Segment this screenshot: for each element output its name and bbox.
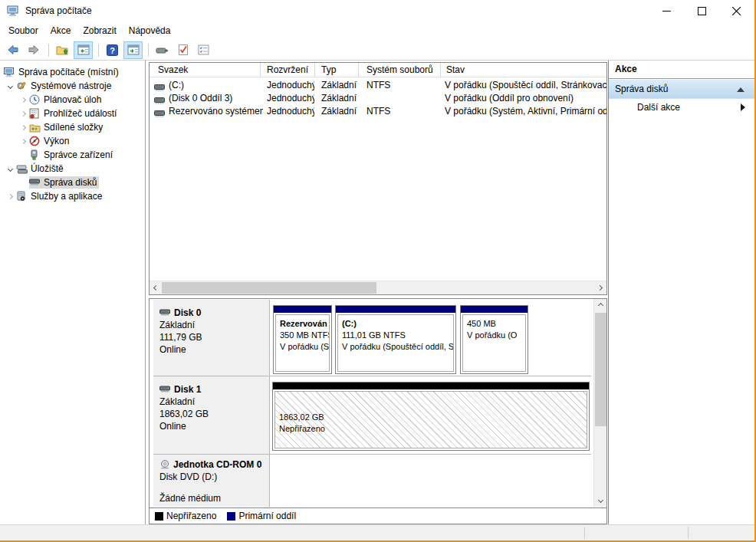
menu-akce[interactable]: Akce (44, 23, 77, 38)
menu-soubor[interactable]: Soubor (2, 23, 44, 38)
tree-item-label: Výkon (41, 135, 71, 147)
chevron-down-icon[interactable] (4, 167, 16, 171)
vertical-scrollbar-thumb[interactable] (595, 313, 606, 426)
volume-filesystem: NTFS (366, 79, 439, 92)
scroll-right-button[interactable] (593, 281, 606, 294)
column-header-typ[interactable]: Typ (315, 63, 359, 77)
scroll-left-button[interactable] (150, 281, 163, 294)
partition-color-band (273, 383, 589, 389)
vertical-scrollbar[interactable] (593, 299, 606, 507)
close-button[interactable] (725, 0, 748, 21)
chevron-right-icon[interactable] (17, 98, 29, 102)
horizontal-scrollbar-thumb[interactable] (162, 282, 376, 294)
actions-pane-title: Akce (609, 61, 754, 79)
storage-icon (16, 163, 28, 174)
console-tree-toggle-button[interactable] (74, 41, 93, 59)
action-pane-toggle-button[interactable] (123, 41, 143, 59)
volume-row-system-reserved[interactable]: Rezervováno systémem Jednoduchý Základní… (150, 105, 606, 118)
rescan-disks-button[interactable] (153, 41, 172, 59)
horizontal-scrollbar[interactable] (150, 281, 606, 294)
volume-layout: Jednoduchý (267, 92, 314, 105)
chevron-right-icon[interactable] (17, 140, 29, 143)
partition-system-reserved[interactable]: Rezervován 350 MB NTFS V pořádku (S (273, 305, 332, 374)
cdrom-label[interactable]: Jednotka CD-ROM 0 Disk DVD (D:) Žádné mé… (153, 455, 270, 507)
tree-item-label: Plánovač úloh (41, 94, 104, 106)
task-list-button[interactable] (194, 41, 213, 59)
tree-item-performance[interactable]: Výkon (0, 134, 145, 148)
document-check-icon (178, 44, 189, 56)
collapse-arrow-icon[interactable] (737, 87, 744, 92)
tree-item-system-tools[interactable]: Systémové nástroje (0, 79, 145, 93)
volume-row-c[interactable]: (C:) Jednoduchý Základní NTFS V pořádku … (150, 79, 606, 92)
partition-recovery[interactable]: 450 MB V pořádku (O (460, 305, 528, 374)
volume-icon (154, 108, 165, 121)
tree-item-storage[interactable]: Úložiště (0, 162, 145, 176)
action-pane-icon (127, 44, 140, 55)
minimize-icon (662, 7, 671, 15)
partition-size: 350 MB NTFS (280, 330, 329, 341)
column-header-system-souboru[interactable]: Systém souborů (359, 63, 441, 77)
forward-button[interactable] (24, 41, 43, 59)
disk1-label[interactable]: Disk 1 Základní 1863,02 GB Online (153, 376, 270, 454)
toolbar-separator (48, 44, 49, 57)
volume-status: V pořádku (Systém, Aktivní, Primární od (445, 105, 606, 118)
maximize-button[interactable] (690, 0, 713, 21)
computer-icon (4, 67, 16, 77)
disk-name: Jednotka CD-ROM 0 (173, 458, 261, 471)
chevron-down-icon[interactable] (4, 84, 16, 88)
up-level-button[interactable] (53, 41, 72, 59)
performance-icon (29, 136, 41, 146)
more-actions-item[interactable]: Další akce (609, 99, 754, 117)
check-document-button[interactable] (173, 41, 192, 59)
disk-row-disk1: Disk 1 Základní 1863,02 GB Online 1863,0… (153, 376, 591, 455)
menu-napoveda[interactable]: Nápověda (123, 23, 177, 38)
back-button[interactable] (3, 41, 22, 59)
chevron-right-icon[interactable] (4, 195, 16, 199)
scroll-down-button[interactable] (594, 494, 607, 507)
back-arrow-icon (7, 44, 19, 56)
volume-status: V pořádku (Spouštěcí oddíl, Stránkovací (445, 79, 606, 92)
cdrom-media-area (270, 455, 591, 507)
legend-unallocated-label: Nepřiřazeno (166, 511, 216, 521)
tree-item-services-applications[interactable]: Služby a aplikace (0, 189, 145, 203)
disk-size: 1863,02 GB (159, 408, 269, 420)
toolbar: ? (0, 40, 756, 61)
tree-item-shared-folders[interactable]: Sdílené složky (0, 120, 145, 134)
disk-kind: Disk DVD (D:) (159, 471, 269, 483)
partition-legend: Nepřiřazeno Primární oddíl (150, 508, 606, 524)
volume-name: (Disk 0 Oddíl 3) (169, 92, 259, 105)
toolbar-separator (98, 44, 99, 57)
menu-zobrazit[interactable]: Zobrazit (77, 23, 122, 38)
unallocated-hatch: 1863,02 GB Nepřiřazeno (274, 391, 587, 448)
tree-item-device-manager[interactable]: Správce zařízení (0, 148, 145, 162)
tree-item-computer-management[interactable]: Správa počítače (místní) (0, 65, 145, 79)
column-header-stav[interactable]: Stav (441, 63, 606, 77)
volume-layout: Jednoduchý (267, 79, 314, 92)
volume-name: Rezervováno systémem (169, 105, 263, 118)
tree-item-disk-management[interactable]: Správa disků (0, 176, 145, 189)
tree-item-label: Správa disků (41, 176, 99, 189)
tree-item-label: Prohlížeč událostí (41, 107, 119, 120)
titlebar: Správa počítače (0, 0, 756, 21)
column-header-rozvrzeni[interactable]: Rozvržení (261, 63, 315, 77)
status-bar (0, 524, 756, 540)
disk-management-icon (29, 177, 41, 188)
actions-group-disk-management[interactable]: Správa disků (609, 80, 754, 99)
help-button[interactable]: ? (103, 41, 122, 59)
tree-item-task-scheduler[interactable]: Plánovač úloh (0, 93, 145, 107)
disk0-label[interactable]: Disk 0 Základní 111,79 GB Online (153, 300, 270, 376)
scroll-up-button[interactable] (594, 299, 607, 312)
minimize-button[interactable] (655, 0, 678, 21)
chevron-right-icon[interactable] (17, 126, 29, 130)
volume-type: Základní (321, 92, 358, 105)
column-header-svazek[interactable]: Svazek (150, 63, 261, 77)
actions-group-label: Správa disků (615, 84, 668, 94)
chevron-right-icon[interactable] (17, 112, 29, 116)
volume-row-recovery[interactable]: (Disk 0 Oddíl 3) Jednoduchý Základní V p… (150, 92, 606, 105)
volume-list-pane: Svazek Rozvržení Typ Systém souborů Stav… (149, 62, 607, 295)
tree-item-event-viewer[interactable]: Prohlížeč událostí (0, 107, 145, 120)
partition-c[interactable]: (C:) 111,01 GB NTFS V pořádku (Spouštěcí… (335, 305, 456, 374)
help-icon: ? (107, 44, 118, 56)
folder-up-icon (56, 44, 69, 56)
partition-unallocated[interactable]: 1863,02 GB Nepřiřazeno (272, 382, 590, 451)
